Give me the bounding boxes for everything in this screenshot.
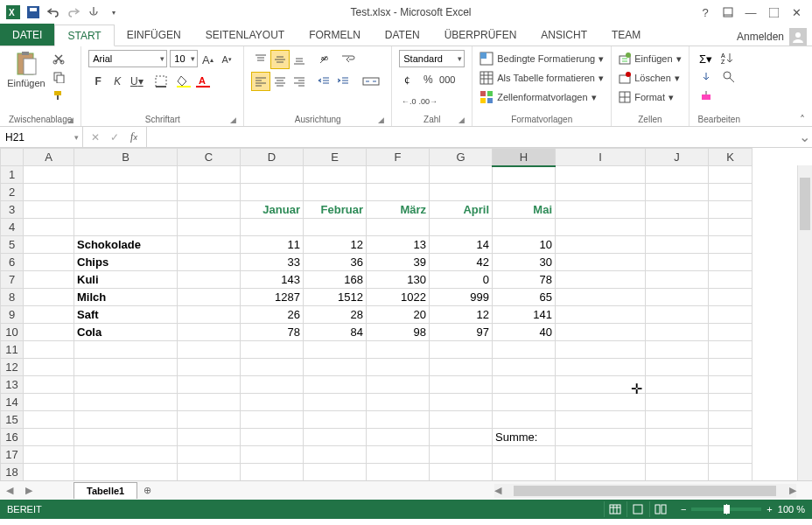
- cell-I10[interactable]: [556, 324, 646, 341]
- view-page-layout-icon[interactable]: [626, 501, 649, 517]
- increase-decimal-icon[interactable]: ←.0: [399, 92, 418, 111]
- bold-button[interactable]: F: [88, 72, 108, 91]
- row-header-16[interactable]: 16: [1, 429, 24, 446]
- cell-K4[interactable]: [709, 219, 752, 236]
- cell-D8[interactable]: 1287: [241, 289, 304, 306]
- cell-C15[interactable]: [178, 411, 241, 429]
- formula-bar-input[interactable]: [147, 127, 796, 147]
- cell-B7[interactable]: Kuli: [74, 271, 178, 289]
- cell-A18[interactable]: [24, 464, 74, 481]
- row-header-11[interactable]: 11: [1, 341, 24, 359]
- cell-F1[interactable]: [367, 166, 430, 184]
- cell-K7[interactable]: [709, 271, 752, 289]
- cell-I9[interactable]: [556, 306, 646, 324]
- cell-G18[interactable]: [430, 464, 493, 481]
- cell-B2[interactable]: [74, 184, 178, 201]
- cell-B11[interactable]: [74, 341, 178, 359]
- paste-button[interactable]: Einfügen: [7, 50, 46, 88]
- cell-G14[interactable]: [430, 394, 493, 411]
- close-icon[interactable]: ✕: [786, 3, 807, 22]
- add-sheet-icon[interactable]: ⊕: [137, 485, 157, 496]
- cell-B12[interactable]: [74, 359, 178, 376]
- cell-K10[interactable]: [709, 324, 752, 341]
- cell-J16[interactable]: [646, 429, 709, 446]
- tab-einfuegen[interactable]: EINFÜGEN: [115, 24, 193, 46]
- cell-K3[interactable]: [709, 201, 752, 219]
- cell-styles-button[interactable]: Zellenformatvorlagen ▾: [480, 88, 596, 106]
- cell-B16[interactable]: [74, 429, 178, 446]
- fill-color-icon[interactable]: [174, 72, 193, 91]
- tab-formeln[interactable]: FORMELN: [297, 24, 373, 46]
- scroll-thumb[interactable]: [800, 178, 810, 230]
- cell-F4[interactable]: [367, 219, 430, 236]
- orientation-icon[interactable]: ab: [314, 50, 333, 69]
- cell-I6[interactable]: [556, 254, 646, 271]
- cell-K15[interactable]: [709, 411, 752, 429]
- cell-E11[interactable]: [304, 341, 367, 359]
- cell-J5[interactable]: [646, 236, 709, 254]
- cell-F6[interactable]: 39: [367, 254, 430, 271]
- row-header-4[interactable]: 4: [1, 219, 24, 236]
- cell-I8[interactable]: [556, 289, 646, 306]
- minimize-icon[interactable]: —: [740, 3, 761, 22]
- undo-icon[interactable]: [44, 3, 63, 22]
- cell-H18[interactable]: [493, 464, 556, 481]
- cell-B3[interactable]: [74, 201, 178, 219]
- col-header-I[interactable]: I: [556, 149, 646, 166]
- cell-H7[interactable]: 78: [493, 271, 556, 289]
- comma-icon[interactable]: 000: [438, 70, 457, 89]
- cell-A17[interactable]: [24, 446, 74, 464]
- cell-H11[interactable]: [493, 341, 556, 359]
- cell-C9[interactable]: [178, 306, 241, 324]
- font-color-icon[interactable]: A: [193, 72, 213, 91]
- cell-B6[interactable]: Chips: [74, 254, 178, 271]
- align-middle-icon[interactable]: [270, 50, 290, 69]
- cell-J15[interactable]: [646, 411, 709, 429]
- cell-D16[interactable]: [241, 429, 304, 446]
- cell-B18[interactable]: [74, 464, 178, 481]
- cell-A5[interactable]: [24, 236, 74, 254]
- cell-F16[interactable]: [367, 429, 430, 446]
- clear-icon[interactable]: [696, 87, 716, 104]
- cell-A1[interactable]: [24, 166, 74, 184]
- cell-I12[interactable]: [556, 359, 646, 376]
- ribbon-display-icon[interactable]: [718, 3, 738, 22]
- cell-G16[interactable]: [430, 429, 493, 446]
- cell-J13[interactable]: [646, 376, 709, 394]
- row-header-18[interactable]: 18: [1, 464, 24, 481]
- cell-E14[interactable]: [304, 394, 367, 411]
- cell-C1[interactable]: [178, 166, 241, 184]
- cell-I15[interactable]: [556, 411, 646, 429]
- tab-start[interactable]: START: [54, 24, 114, 46]
- cell-K2[interactable]: [709, 184, 752, 201]
- cell-D18[interactable]: [241, 464, 304, 481]
- tab-daten[interactable]: DATEN: [373, 24, 432, 46]
- touch-mode-icon[interactable]: [84, 3, 103, 22]
- cell-J14[interactable]: [646, 394, 709, 411]
- cell-C17[interactable]: [178, 446, 241, 464]
- tab-file[interactable]: DATEI: [0, 24, 54, 46]
- font-name-combo[interactable]: Arial: [88, 50, 167, 67]
- cell-F8[interactable]: 1022: [367, 289, 430, 306]
- cell-J18[interactable]: [646, 464, 709, 481]
- conditional-formatting-button[interactable]: Bedingte Formatierung ▾: [480, 50, 604, 67]
- cell-D7[interactable]: 143: [241, 271, 304, 289]
- cell-H9[interactable]: 141: [493, 306, 556, 324]
- enter-formula-icon[interactable]: ✓: [106, 129, 123, 146]
- cell-E1[interactable]: [304, 166, 367, 184]
- fill-icon[interactable]: [696, 68, 716, 86]
- cell-E2[interactable]: [304, 184, 367, 201]
- cell-I3[interactable]: [556, 201, 646, 219]
- cell-K17[interactable]: [709, 446, 752, 464]
- row-header-1[interactable]: 1: [1, 166, 24, 184]
- row-header-6[interactable]: 6: [1, 254, 24, 271]
- cell-F10[interactable]: 98: [367, 324, 430, 341]
- col-header-A[interactable]: A: [24, 149, 74, 166]
- align-center-icon[interactable]: [270, 72, 290, 91]
- cell-E17[interactable]: [304, 446, 367, 464]
- find-select-icon[interactable]: [718, 68, 740, 86]
- row-header-14[interactable]: 14: [1, 394, 24, 411]
- decrease-decimal-icon[interactable]: .00→: [418, 92, 438, 111]
- tab-ueberpruefen[interactable]: ÜBERPRÜFEN: [432, 24, 529, 46]
- cell-F7[interactable]: 130: [367, 271, 430, 289]
